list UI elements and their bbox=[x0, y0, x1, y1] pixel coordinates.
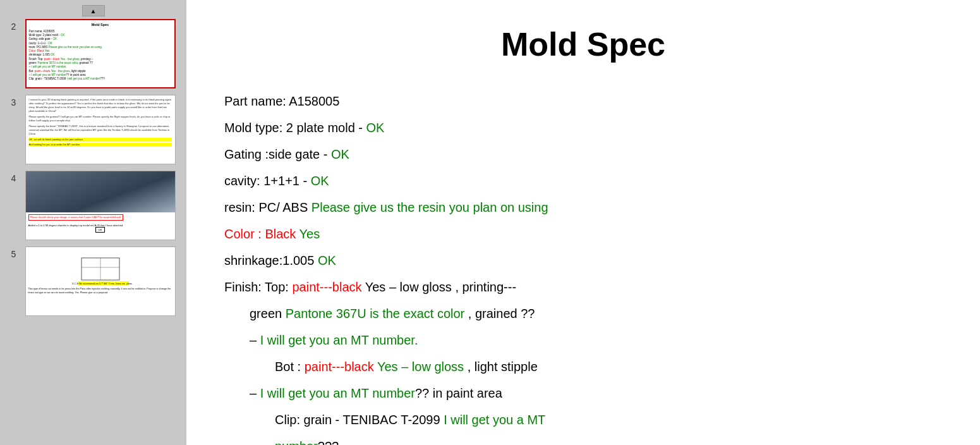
slide-number-4: 4 bbox=[11, 173, 25, 183]
thumb4-image bbox=[26, 171, 175, 212]
line-gating: Gating :side gate - OK bbox=[224, 142, 942, 167]
thumb5-diagram: ILC-A/+ We recommend use 0.7" M4 * 5 mm,… bbox=[28, 250, 172, 288]
slide-thumb-4[interactable]: Please double check your design, it seem… bbox=[25, 171, 176, 240]
slide-thumb-5[interactable]: ILC-A/+ We recommend use 0.7" M4 * 5 mm,… bbox=[25, 247, 176, 316]
slide-item-5[interactable]: 5 ILC-A/+ We recommend use 0.7" M4 * 5 m… bbox=[11, 247, 176, 316]
line-number: number??? bbox=[275, 434, 942, 445]
svg-text:We recommend use 0.7" M4 * 5 m: We recommend use 0.7" M4 * 5 mm, brass n… bbox=[79, 283, 132, 285]
slide-thumb-3[interactable]: I noticed in your 3D drawing black paint… bbox=[25, 95, 176, 164]
line-clip: Clip: grain - TENIBAC T-2099 I will get … bbox=[275, 407, 942, 432]
slide-item-2[interactable]: 2 Mold Spec Part name: A158005 Mold type… bbox=[11, 19, 176, 88]
slide-number-3: 3 bbox=[11, 97, 25, 107]
slide-number-2: 2 bbox=[11, 21, 25, 32]
slide-panel: ▲ 2 Mold Spec Part name: A158005 Mold ty… bbox=[0, 0, 186, 445]
thumb3-highlight2: And waiting for you to provide the MT nu… bbox=[29, 143, 172, 147]
line-cavity: cavity: 1+1+1 - OK bbox=[224, 168, 942, 193]
line-part-name: Part name: A158005 bbox=[224, 88, 942, 114]
slide-item-4[interactable]: 4 Please double check your design, it se… bbox=[11, 171, 176, 240]
line-resin: resin: PC/ ABS Please give us the resin … bbox=[224, 195, 942, 220]
line-color: Color : Black Yes bbox=[224, 221, 942, 247]
slide-item-3[interactable]: 3 I noticed in your 3D drawing black pai… bbox=[11, 95, 176, 164]
line-shrinkage: shrinkage:1.005 OK bbox=[224, 248, 942, 273]
thumb3-para1: I noticed in your 3D drawing black paint… bbox=[29, 98, 172, 113]
line-mold-type: Mold type: 2 plate mold - OK bbox=[224, 115, 942, 140]
line-finish-mt1: – I will get you an MT number. bbox=[250, 327, 942, 353]
thumb4-text: Please double check your design, it seem… bbox=[26, 212, 175, 234]
page-title: Mold Spec bbox=[224, 25, 942, 63]
line-finish-top: Finish: Top: paint---black Yes – low glo… bbox=[224, 274, 942, 300]
line-finish-bot: Bot : paint---black Yes – low gloss , li… bbox=[275, 354, 942, 379]
thumb5-text1: This type of brass nut needs to be press… bbox=[28, 288, 172, 295]
line-finish-mt2: – I will get you an MT number?? in paint… bbox=[250, 381, 942, 406]
thumb3-para2: Please specify the grained? I will get y… bbox=[29, 115, 172, 123]
scroll-up-button[interactable]: ▲ bbox=[82, 5, 105, 16]
main-content: Mold Spec Part name: A158005 Mold type: … bbox=[186, 0, 980, 445]
thumb3-para3: Please specify the finish "TENIBAC T-209… bbox=[29, 125, 172, 136]
slide-thumb-2[interactable]: Mold Spec Part name: A158005 Mold type: … bbox=[25, 19, 176, 88]
content-body: Part name: A158005 Mold type: 2 plate mo… bbox=[224, 88, 942, 445]
slide-number-5: 5 bbox=[11, 249, 25, 259]
thumb2-title: Mold Spec bbox=[29, 23, 172, 28]
line-finish-green: green Pantone 367U is the exact color , … bbox=[250, 301, 942, 326]
thumb2-line13: Clip: grain - TENIBAC T-2099 I will get … bbox=[29, 77, 172, 81]
scroll-up-area: ▲ bbox=[0, 5, 186, 16]
thumb3-highlight1: OK, we will do black painting on the par… bbox=[29, 138, 172, 142]
